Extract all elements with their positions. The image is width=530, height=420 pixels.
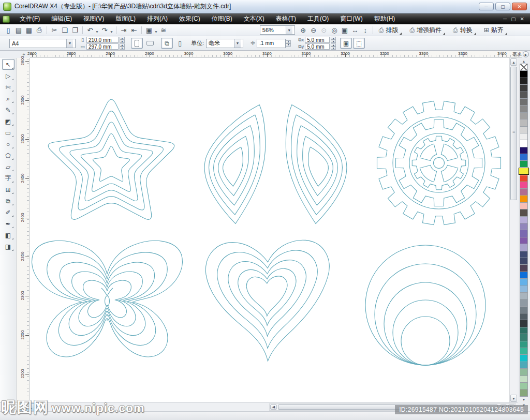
- nudge-field[interactable]: .1 mm: [257, 39, 286, 48]
- zoom-page-button[interactable]: ▣: [340, 25, 350, 35]
- blend-tool[interactable]: ⧉: [2, 196, 14, 206]
- marquee-select-button[interactable]: ⬚: [353, 38, 365, 49]
- doc-close-button[interactable]: ✕: [520, 16, 524, 22]
- basic-shapes-tool[interactable]: ▱: [2, 161, 14, 172]
- shape-tool[interactable]: ▷: [2, 70, 14, 81]
- color-swatch-31383b[interactable]: [520, 320, 528, 327]
- color-swatch-e8472e[interactable]: [520, 174, 528, 182]
- color-swatch-b06d90[interactable]: [520, 188, 528, 196]
- duplicate-y-spinner[interactable]: ▲▼: [331, 43, 336, 50]
- leaf-right-contour-4[interactable]: [308, 147, 329, 186]
- color-swatch-000000[interactable]: [520, 70, 528, 78]
- color-swatch-2f9a82[interactable]: [520, 341, 528, 348]
- color-swatch-898989[interactable]: [520, 105, 528, 112]
- duplicate-x-spinner[interactable]: ▲▼: [331, 37, 336, 43]
- menu-item-4[interactable]: 排列(A): [141, 13, 173, 24]
- ellipse-tool[interactable]: ○: [2, 139, 14, 149]
- snap-plugin-button[interactable]: ⊞贴齐: [480, 25, 507, 35]
- paper-height-field[interactable]: 297.0 mm: [86, 43, 119, 50]
- all-pages-button[interactable]: ⧉: [161, 38, 173, 49]
- color-swatch-202020[interactable]: [520, 78, 528, 85]
- color-swatch-a2a2a2[interactable]: [520, 112, 528, 119]
- zoom-in-button[interactable]: ⊕: [298, 25, 308, 35]
- gear-window-3[interactable]: [441, 144, 458, 160]
- eyedropper-tool[interactable]: ✐: [2, 207, 14, 218]
- outline-pen-tool[interactable]: ✒: [2, 218, 14, 229]
- horizontal-scrollbar[interactable]: ◀ ▶ ▶: [269, 403, 516, 411]
- heart-contour-1[interactable]: [217, 250, 317, 348]
- color-swatch-64b1e8[interactable]: [520, 278, 528, 286]
- vertical-ruler[interactable]: 260025502500245024002350230022502200: [17, 58, 30, 402]
- convert-plugin-button[interactable]: ⎙转换: [449, 25, 476, 35]
- polygon-tool[interactable]: ⬠: [2, 150, 14, 161]
- color-swatch-90ba9a[interactable]: [520, 368, 528, 376]
- gear-circle-inner[interactable]: [409, 133, 468, 192]
- leaf-left-contour-2[interactable]: [214, 126, 255, 205]
- zoom-level-combo[interactable]: 56% ▼: [260, 25, 295, 35]
- color-swatch-397f71[interactable]: [520, 334, 528, 341]
- close-button[interactable]: ✕: [512, 3, 527, 10]
- color-swatch-3b3b3b[interactable]: [520, 84, 528, 92]
- star-contour-4[interactable]: [93, 146, 129, 182]
- welcome-screen-button[interactable]: ≋: [158, 25, 169, 35]
- vertical-scrollbar[interactable]: ▲ ▼: [509, 58, 518, 402]
- horizontal-scroll-thumb[interactable]: [278, 404, 498, 410]
- color-swatch-9186bb[interactable]: [520, 223, 528, 230]
- portrait-button[interactable]: [131, 38, 143, 49]
- landscape-button[interactable]: [144, 38, 156, 49]
- drawing-canvas[interactable]: [30, 58, 509, 402]
- import-button[interactable]: ⇥: [119, 25, 129, 35]
- butterfly-contour-3[interactable]: [72, 272, 143, 326]
- color-swatch-8159a8[interactable]: [520, 237, 528, 244]
- color-swatch-2a6ed0[interactable]: [520, 154, 528, 161]
- redo-button[interactable]: ↷: [99, 25, 110, 35]
- gear-window-0[interactable]: [441, 165, 458, 182]
- color-swatch-none[interactable]: [520, 64, 528, 71]
- star-contour-1[interactable]: [60, 111, 164, 210]
- table-tool[interactable]: ⊞: [2, 184, 14, 195]
- menu-item-5[interactable]: 效果(C): [173, 13, 206, 24]
- scroll-right-button[interactable]: ▶: [500, 404, 507, 410]
- undo-button[interactable]: ↶: [85, 25, 95, 35]
- color-swatch-a9a2cc[interactable]: [520, 244, 528, 251]
- scroll-left-button[interactable]: ◀: [270, 404, 277, 410]
- circle-contour-1[interactable]: [375, 264, 476, 365]
- menu-item-8[interactable]: 表格(T): [270, 13, 302, 24]
- application-launcher-button[interactable]: ▣: [144, 25, 154, 35]
- menu-item-6[interactable]: 位图(B): [206, 13, 238, 24]
- zoom-combo-arrow-icon[interactable]: ▼: [286, 26, 292, 34]
- color-swatch-eeeeee[interactable]: [520, 133, 528, 140]
- horizontal-ruler[interactable]: 2800285029002950300030503100315032003250…: [30, 51, 522, 58]
- prev-page-button[interactable]: ‹: [10, 404, 17, 411]
- color-swatch-3f4a72[interactable]: [520, 251, 528, 258]
- current-page-button[interactable]: ▯: [174, 38, 186, 49]
- paper-width-field[interactable]: 210.0 mm: [86, 37, 119, 43]
- butterfly-antennae[interactable]: [101, 288, 113, 296]
- duplicate-y-field[interactable]: 5.0 mm: [305, 43, 330, 50]
- vertical-scroll-thumb[interactable]: [510, 67, 517, 200]
- color-swatch-12bfc9[interactable]: [520, 354, 528, 362]
- circle-contour-0[interactable]: [365, 245, 485, 365]
- leaf-right-contour-1[interactable]: [291, 115, 343, 215]
- crop-tool[interactable]: ✄: [2, 82, 14, 93]
- color-swatch-565656[interactable]: [520, 92, 528, 99]
- menu-item-2[interactable]: 视图(V): [78, 13, 110, 24]
- freehand-tool[interactable]: ✎: [2, 104, 14, 115]
- text-tool[interactable]: 字: [2, 173, 14, 184]
- color-swatch-87a77b[interactable]: [520, 389, 528, 396]
- ruler-options-button[interactable]: ▶: [523, 51, 529, 57]
- palette-scroll-down-icon[interactable]: ▼: [522, 397, 526, 402]
- scroll-up-button[interactable]: ▲: [510, 58, 517, 66]
- undo-button-dropdown-icon[interactable]: ▼: [95, 30, 99, 34]
- cut-button[interactable]: ✂: [49, 25, 60, 35]
- export-button[interactable]: ⇤: [129, 25, 139, 35]
- color-swatch-8f9aa3[interactable]: [520, 299, 528, 306]
- color-swatch-6f6f6f[interactable]: [520, 98, 528, 106]
- page-tab[interactable]: 页 1: [18, 403, 40, 411]
- color-swatch-d5d5d5[interactable]: [520, 126, 528, 133]
- menu-item-1[interactable]: 编辑(E): [46, 13, 78, 24]
- color-swatch-169c4f[interactable]: [520, 160, 528, 168]
- paper-type-arrow-icon[interactable]: ▼: [66, 39, 73, 48]
- redo-button-dropdown-icon[interactable]: ▼: [110, 30, 113, 34]
- units-arrow-icon[interactable]: ▼: [234, 39, 241, 48]
